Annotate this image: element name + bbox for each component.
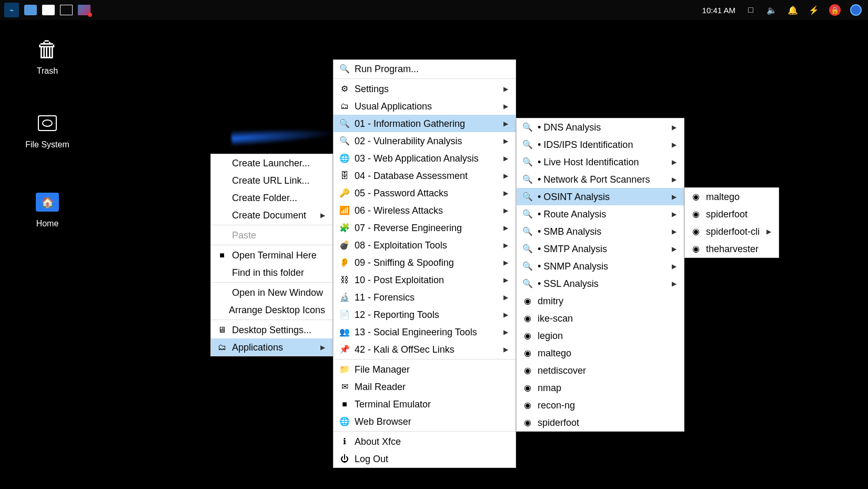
menu-item-icon: 🔍 [339,65,350,73]
menu-item-icon: ◉ [522,349,533,357]
menu-item-icon: 🔍 [522,280,533,288]
apps-item-21[interactable]: ℹAbout Xfce [334,433,516,450]
volume-icon[interactable]: 🔈 [766,4,778,16]
lock-icon[interactable]: 🔒 [829,4,841,16]
infogather-item-17[interactable]: ◉spiderfoot [517,414,684,431]
apps-item-7[interactable]: 🔑05 - Password Attacks▶ [334,184,516,202]
taskbar-filemanager-icon[interactable] [42,5,55,15]
desktop-home[interactable]: 🏠 Home [21,189,74,228]
infogather-item-2[interactable]: 🔍• Live Host Identification▶ [517,153,684,171]
apps-item-11[interactable]: 👂09 - Sniffing & Spoofing▶ [334,254,516,271]
apps-item-20[interactable]: 🌐Web Browser [334,413,516,430]
apps-item-18[interactable]: ✉Mail Reader [334,378,516,395]
submenu-arrow-icon: ▶ [503,155,508,162]
osint-item-1[interactable]: ◉spiderfoot [685,205,779,223]
menu-item-label: nmap [538,383,677,393]
infogather-item-1[interactable]: 🔍• IDS/IPS Identification▶ [517,136,684,153]
desktop-filesystem[interactable]: File System [21,111,74,149]
submenu-arrow-icon: ▶ [503,138,508,144]
infogather-item-9[interactable]: 🔍• SSL Analysis▶ [517,275,684,292]
taskbar-app-4[interactable] [78,5,90,15]
ctx-item-5[interactable]: ■Open Terminal Here [211,246,332,264]
ctx-item-8[interactable]: Arrange Desktop Icons [211,301,332,318]
osint-item-3[interactable]: ◉theharvester [685,240,779,257]
ctx-item-2[interactable]: Create Folder... [211,189,332,206]
menu-item-label: maltego [538,348,677,358]
desktop-trash[interactable]: 🗑 Trash [21,37,74,76]
osint-item-0[interactable]: ◉maltego [685,188,779,205]
menu-item-label: 03 - Web Application Analysis [355,154,497,163]
menu-item-label: 05 - Password Attacks [355,188,497,198]
infogather-item-13[interactable]: ◉maltego [517,344,684,362]
submenu-arrow-icon: ▶ [672,176,677,183]
apps-item-19[interactable]: ■Terminal Emulator [334,395,516,413]
apps-item-22[interactable]: ⏻Log Out [334,450,516,467]
apps-item-17[interactable]: 📁File Manager [334,361,516,378]
menu-item-label: • SMTP Analysis [538,244,665,254]
panel-clock[interactable]: 10:41 AM [702,6,735,15]
menu-item-label: 13 - Social Engineering Tools [355,327,497,337]
apps-item-14[interactable]: 📄12 - Reporting Tools▶ [334,306,516,323]
menu-item-label: Open Terminal Here [232,251,325,260]
infogather-item-12[interactable]: ◉legion [517,327,684,344]
infogather-item-6[interactable]: 🔍• SMB Analysis▶ [517,223,684,240]
infogather-item-5[interactable]: 🔍• Route Analysis▶ [517,205,684,223]
apps-item-2[interactable]: 🗂Usual Applications▶ [334,97,516,115]
ctx-item-6[interactable]: Find in this folder [211,264,332,281]
ctx-item-9[interactable]: 🖥Desktop Settings... [211,321,332,338]
infogather-item-15[interactable]: ◉nmap [517,379,684,396]
apps-item-0[interactable]: 🔍Run Program... [334,60,516,77]
start-menu-icon[interactable]: ⌁ [4,3,19,17]
menu-item-label: Arrange Desktop Icons [229,305,325,315]
apps-item-12[interactable]: ⛓10 - Post Exploitation▶ [334,271,516,288]
apps-item-16[interactable]: 📌42 - Kali & OffSec Links▶ [334,341,516,358]
apps-item-3[interactable]: 🔍01 - Information Gathering▶ [334,115,516,132]
taskbar-app-1[interactable] [24,5,37,15]
menu-item-icon: 🔍 [522,123,533,132]
menu-item-icon: ◉ [690,193,702,201]
infogather-item-11[interactable]: ◉ike-scan [517,310,684,327]
infogather-item-8[interactable]: 🔍• SNMP Analysis▶ [517,257,684,275]
ctx-item-3[interactable]: Create Document▶ [211,206,332,224]
ctx-item-0[interactable]: Create Launcher... [211,154,332,172]
menu-item-label: 04 - Database Assessment [355,171,497,181]
ctx-item-7[interactable]: Open in New Window [211,284,332,301]
apps-item-1[interactable]: ⚙Settings▶ [334,80,516,97]
infogather-item-0[interactable]: 🔍• DNS Analysis▶ [517,118,684,136]
submenu-arrow-icon: ▶ [503,225,508,231]
apps-item-8[interactable]: 📶06 - Wireless Attacks▶ [334,202,516,219]
apps-item-5[interactable]: 🌐03 - Web Application Analysis▶ [334,149,516,167]
menu-item-icon: ✉ [339,383,350,391]
taskbar-terminal-icon[interactable] [60,5,73,15]
apps-item-10[interactable]: 💣08 - Exploitation Tools▶ [334,236,516,254]
notifications-icon[interactable]: 🔔 [787,4,799,16]
infogather-item-4[interactable]: 🔍• OSINT Analysis▶ [517,188,684,205]
power-icon[interactable]: ⚡ [808,4,820,16]
menu-separator [211,282,332,283]
menu-item-icon: ◉ [522,332,533,340]
submenu-arrow-icon: ▶ [503,190,508,196]
update-icon[interactable] [850,4,862,16]
apps-item-15[interactable]: 👥13 - Social Engineering Tools▶ [334,323,516,341]
apps-item-4[interactable]: 🔍02 - Vulnerability Analysis▶ [334,132,516,149]
infogather-item-10[interactable]: ◉dmitry [517,292,684,310]
osint-item-2[interactable]: ◉spiderfoot-cli▶ [685,223,779,240]
menu-item-label: • DNS Analysis [538,123,665,132]
ctx-item-10[interactable]: 🗂Applications▶ [211,338,332,356]
apps-item-6[interactable]: 🗄04 - Database Assessment▶ [334,167,516,184]
menu-item-label: Usual Applications [355,102,497,111]
apps-item-13[interactable]: 🔬11 - Forensics▶ [334,288,516,306]
submenu-arrow-icon: ▶ [503,86,508,92]
menu-item-label: 08 - Exploitation Tools [355,241,497,250]
infogather-item-7[interactable]: 🔍• SMTP Analysis▶ [517,240,684,257]
menu-item-label: Settings [355,84,497,94]
infogather-item-16[interactable]: ◉recon-ng [517,396,684,414]
submenu-arrow-icon: ▶ [503,277,508,283]
infogather-item-3[interactable]: 🔍• Network & Port Scanners▶ [517,171,684,188]
display-icon[interactable]: □ [745,4,756,16]
infogather-item-14[interactable]: ◉netdiscover [517,362,684,379]
ctx-item-1[interactable]: Create URL Link... [211,172,332,189]
menu-item-label: About Xfce [355,437,508,446]
menu-item-label: Log Out [355,454,508,464]
apps-item-9[interactable]: 🧩07 - Reverse Engineering▶ [334,219,516,236]
